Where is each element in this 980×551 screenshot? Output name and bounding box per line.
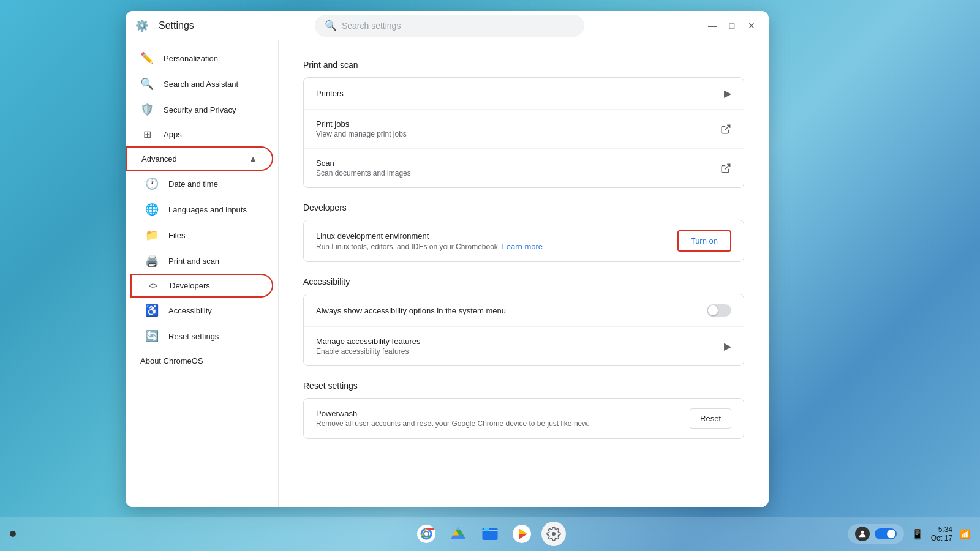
turn-on-button[interactable]: Turn on xyxy=(677,230,731,252)
manage-accessibility-subtitle: Enable accessibility features xyxy=(316,347,724,356)
sidebar-item-print-scan[interactable]: 🖨️ Print and scan xyxy=(130,248,273,274)
taskbar: 📱 5:34 Oct 17 📶 xyxy=(0,517,980,551)
languages-icon: 🌐 xyxy=(145,203,159,216)
scan-row[interactable]: Scan Scan documents and images xyxy=(304,149,744,187)
show-accessibility-row[interactable]: Always show accessibility options in the… xyxy=(304,294,744,327)
files-app-icon[interactable] xyxy=(478,522,502,546)
sidebar-label-languages: Languages and inputs xyxy=(168,205,247,214)
printers-title: Printers xyxy=(316,89,724,98)
print-jobs-subtitle: View and manage print jobs xyxy=(316,130,720,138)
search-input[interactable]: Search settings xyxy=(342,21,401,31)
sidebar-label-advanced: Advanced xyxy=(141,154,177,163)
developers-card: Linux development environment Run Linux … xyxy=(303,220,744,262)
sidebar-item-files[interactable]: 📁 Files xyxy=(130,222,273,248)
reset-icon: 🔄 xyxy=(145,329,159,343)
sidebar-label-print-scan: Print and scan xyxy=(168,257,219,266)
manage-accessibility-row[interactable]: Manage accessibility features Enable acc… xyxy=(304,327,744,365)
scan-content: Scan Scan documents and images xyxy=(316,159,720,178)
search-bar[interactable]: 🔍 Search settings xyxy=(315,15,584,37)
accessibility-toggle-action xyxy=(707,304,731,317)
phone-icon: 📱 xyxy=(911,528,924,540)
sidebar-item-languages-inputs[interactable]: 🌐 Languages and inputs xyxy=(130,197,273,222)
print-scan-title: Print and scan xyxy=(303,60,744,70)
svg-point-12 xyxy=(861,531,864,534)
profile-icon xyxy=(855,527,870,541)
print-scan-card: Printers ▶ Print jobs View and manage pr… xyxy=(303,77,744,188)
accessibility-toggle[interactable] xyxy=(707,304,731,317)
security-icon: 🛡️ xyxy=(140,103,154,116)
accessibility-card: Always show accessibility options in the… xyxy=(303,294,744,366)
sidebar-item-security-privacy[interactable]: 🛡️ Security and Privacy xyxy=(126,97,273,122)
show-accessibility-title: Always show accessibility options in the… xyxy=(316,306,707,315)
minimize-button[interactable]: — xyxy=(705,18,720,33)
reset-action: Reset xyxy=(690,408,731,429)
window-controls: — □ ✕ xyxy=(705,18,759,33)
play-store-app-icon[interactable] xyxy=(510,522,534,546)
print-jobs-external-icon xyxy=(720,124,731,135)
settings-app-icon[interactable] xyxy=(541,522,566,546)
chrome-app-icon[interactable] xyxy=(414,522,439,546)
powerwash-title: Powerwash xyxy=(316,409,690,418)
sidebar-item-date-time[interactable]: 🕐 Date and time xyxy=(130,171,273,197)
reset-button[interactable]: Reset xyxy=(690,408,731,429)
files-icon: 📁 xyxy=(145,228,159,242)
accessibility-icon: ♿ xyxy=(145,304,159,317)
date-display: Oct 17 xyxy=(931,534,952,542)
linux-dev-row: Linux development environment Run Linux … xyxy=(304,220,744,261)
about-chromeos[interactable]: About ChromeOS xyxy=(126,349,278,373)
personalization-icon: ✏️ xyxy=(140,51,154,65)
status-pill[interactable] xyxy=(848,524,904,544)
title-bar: ⚙️ Settings 🔍 Search settings — □ ✕ xyxy=(126,11,769,40)
search-icon: 🔍 xyxy=(325,20,337,31)
close-button[interactable]: ✕ xyxy=(744,18,759,33)
learn-more-link[interactable]: Learn more xyxy=(502,242,543,251)
linux-dev-title: Linux development environment xyxy=(316,231,677,241)
apps-icon: ⊞ xyxy=(140,129,154,140)
svg-rect-10 xyxy=(484,528,489,531)
google-drive-app-icon[interactable] xyxy=(446,522,470,546)
svg-line-1 xyxy=(725,164,730,169)
developers-title: Developers xyxy=(303,203,744,212)
scan-title: Scan xyxy=(316,159,720,168)
print-jobs-title: Print jobs xyxy=(316,119,720,129)
sidebar-item-apps[interactable]: ⊞ Apps xyxy=(126,122,273,146)
sidebar-item-developers[interactable]: <> Developers xyxy=(130,274,273,298)
printers-row[interactable]: Printers ▶ xyxy=(304,78,744,110)
svg-point-5 xyxy=(424,532,428,536)
quick-settings-toggle[interactable] xyxy=(875,528,897,539)
wifi-icon: 📶 xyxy=(960,529,970,539)
reset-settings-title: Reset settings xyxy=(303,381,744,391)
printers-content: Printers xyxy=(316,89,724,98)
manage-accessibility-title: Manage accessibility features xyxy=(316,337,724,346)
reset-settings-card: Powerwash Remove all user accounts and r… xyxy=(303,398,744,439)
sidebar-label-personalization: Personalization xyxy=(164,54,218,63)
taskbar-center xyxy=(414,522,566,546)
powerwash-row: Powerwash Remove all user accounts and r… xyxy=(304,399,744,438)
time-display: 5:34 xyxy=(938,525,952,534)
powerwash-content: Powerwash Remove all user accounts and r… xyxy=(316,409,690,428)
printers-arrow: ▶ xyxy=(724,88,731,99)
sidebar-item-personalization[interactable]: ✏️ Personalization xyxy=(126,45,273,71)
manage-accessibility-content: Manage accessibility features Enable acc… xyxy=(316,337,724,356)
manage-accessibility-arrow: ▶ xyxy=(724,340,731,352)
scan-subtitle: Scan documents and images xyxy=(316,169,720,178)
settings-icon: ⚙️ xyxy=(135,19,149,32)
sidebar-item-advanced[interactable]: Advanced ▲ xyxy=(126,146,273,171)
linux-dev-subtitle: Run Linux tools, editors, and IDEs on yo… xyxy=(316,242,677,251)
turn-on-action: Turn on xyxy=(677,230,731,252)
content-area: Print and scan Printers ▶ Print jobs Vie… xyxy=(279,40,769,507)
sidebar-label-date-time: Date and time xyxy=(168,179,218,189)
advanced-sub-items: 🕐 Date and time 🌐 Languages and inputs 📁… xyxy=(126,171,278,349)
sidebar-label-reset: Reset settings xyxy=(168,332,219,341)
window-title: Settings xyxy=(159,20,194,31)
sidebar-item-search-assistant[interactable]: 🔍 Search and Assistant xyxy=(126,71,273,97)
launcher-dot[interactable] xyxy=(10,531,16,537)
print-icon: 🖨️ xyxy=(145,254,159,268)
taskbar-left xyxy=(10,531,16,537)
sidebar-item-accessibility[interactable]: ♿ Accessibility xyxy=(130,298,273,323)
sidebar-label-security: Security and Privacy xyxy=(164,105,236,114)
sidebar-item-reset-settings[interactable]: 🔄 Reset settings xyxy=(130,323,273,349)
accessibility-section-title: Accessibility xyxy=(303,277,744,287)
print-jobs-row[interactable]: Print jobs View and manage print jobs xyxy=(304,110,744,149)
maximize-button[interactable]: □ xyxy=(725,18,739,33)
